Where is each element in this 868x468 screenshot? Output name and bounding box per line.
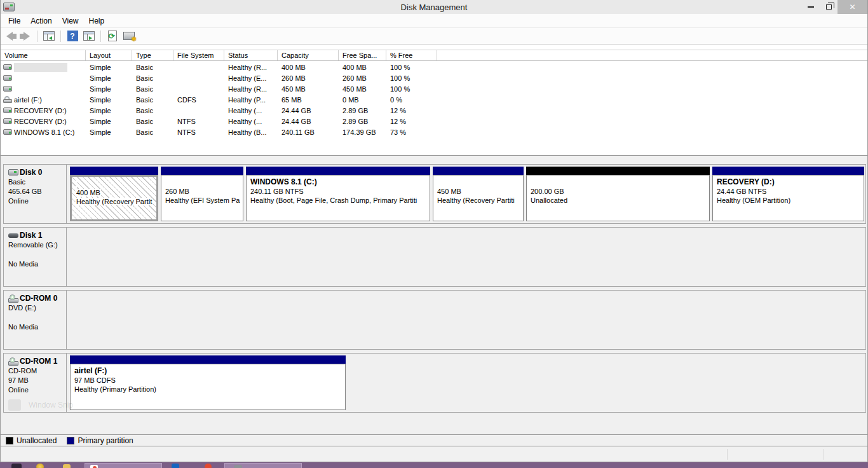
toolbar-separator <box>100 31 101 42</box>
cdrom0-label-panel[interactable]: CD-ROM 0 DVD (E:) No Media <box>4 291 67 349</box>
cell-pct-free: 12 % <box>386 118 437 125</box>
show-console-tree-button[interactable] <box>41 29 57 43</box>
disk-info: Basic 465.64 GB Online <box>8 177 65 206</box>
partition-unallocated[interactable]: 200.00 GB Unallocated <box>526 167 710 221</box>
cell-free-space: 2.89 GB <box>339 118 386 125</box>
show-action-pane-button[interactable] <box>81 29 97 43</box>
rescan-disks-button[interactable] <box>121 29 137 43</box>
column-header-capacity[interactable]: Capacity <box>278 50 339 60</box>
window-controls: ✕ <box>802 0 867 14</box>
volume-row[interactable]: Simple Basic Healthy (R... 450 MB 450 MB… <box>1 83 867 94</box>
cell-status: Healthy (... <box>224 118 278 125</box>
start-button[interactable] <box>11 464 22 468</box>
cell-status: Healthy (... <box>224 107 278 114</box>
menu-file[interactable]: File <box>1 14 25 27</box>
cell-status: Healthy (R... <box>224 85 278 93</box>
cell-capacity: 400 MB <box>278 64 339 71</box>
cdrom0-partitions <box>67 291 865 349</box>
cell-capacity: 24.44 GB <box>278 118 339 125</box>
partition-strip <box>712 167 864 175</box>
volume-drive-icon <box>3 107 12 113</box>
red-app-icon[interactable] <box>205 464 212 468</box>
partition-airtel-f[interactable]: airtel (F:) 97 MB CDFS Healthy (Primary … <box>70 355 346 410</box>
cdrom1-label-panel[interactable]: CD-ROM 1 CD-ROM 97 MB Online <box>4 354 67 412</box>
cell-pct-free: 100 % <box>386 85 437 93</box>
open-app-taskbar-button[interactable] <box>224 463 302 468</box>
disk-icon <box>8 169 18 176</box>
partition-efi-260mb[interactable]: 260 MB Healthy (EFI System Pa <box>161 167 243 221</box>
volume-list-pane: Volume Layout Type File System Status Ca… <box>1 45 867 155</box>
disk-row-disk1: Disk 1 Removable (G:) No Media <box>3 227 866 287</box>
forward-button[interactable] <box>17 29 34 43</box>
cell-pct-free: 73 % <box>386 128 437 136</box>
cell-layout: Simple <box>86 85 132 93</box>
snipping-tool-taskbar-button[interactable] <box>85 463 162 468</box>
disk-info: CD-ROM 97 MB Online <box>8 366 65 395</box>
volume-row[interactable]: RECOVERY (D:) Simple Basic NTFS Healthy … <box>1 116 867 127</box>
cell-layout: Simple <box>86 96 132 104</box>
disk-drive-icon <box>3 3 15 11</box>
volume-rows: Simple Basic Healthy (R... 400 MB 400 MB… <box>1 62 867 137</box>
status-bar <box>1 446 867 462</box>
help-button[interactable]: ? <box>64 29 81 43</box>
blue-app-icon[interactable] <box>172 464 179 468</box>
restore-button[interactable] <box>820 0 837 14</box>
volume-row[interactable]: Simple Basic Healthy (R... 400 MB 400 MB… <box>1 62 867 72</box>
disk-management-window: Disk Management ✕ File Action View Help … <box>0 0 868 468</box>
column-header-file-system[interactable]: File System <box>173 50 224 60</box>
refresh-button[interactable]: ⟳ <box>104 29 121 43</box>
statusbar-divider <box>824 449 824 460</box>
column-header-type[interactable]: Type <box>132 50 173 60</box>
cell-pct-free: 100 % <box>386 64 437 71</box>
disk0-label-panel[interactable]: Disk 0 Basic 465.64 GB Online <box>4 165 67 223</box>
cell-pct-free: 100 % <box>386 74 437 82</box>
cell-capacity: 24.44 GB <box>278 107 339 114</box>
disk1-label-panel[interactable]: Disk 1 Removable (G:) No Media <box>4 228 67 286</box>
column-header-volume[interactable]: Volume <box>1 50 86 60</box>
action-pane-icon <box>83 31 95 41</box>
cell-fs: NTFS <box>173 118 224 125</box>
partition-recovery-d[interactable]: RECOVERY (D:) 24.44 GB NTFS Healthy (OEM… <box>712 167 864 221</box>
internet-explorer-icon[interactable] <box>36 464 44 468</box>
cell-capacity: 450 MB <box>278 85 339 93</box>
cell-fs: NTFS <box>173 128 224 136</box>
taskbar[interactable] <box>0 462 868 468</box>
file-explorer-icon[interactable] <box>63 464 71 468</box>
column-header-layout[interactable]: Layout <box>86 50 132 60</box>
partition-recovery-400mb[interactable]: 400 MB Healthy (Recovery Partit <box>70 167 158 221</box>
cell-status: Healthy (R... <box>224 64 278 71</box>
menu-view[interactable]: View <box>57 14 84 27</box>
menu-action[interactable]: Action <box>25 14 57 27</box>
forward-arrow-icon <box>24 32 30 41</box>
toolbar: ? ⟳ <box>1 28 867 45</box>
partition-strip <box>246 167 430 175</box>
primary-partition-swatch <box>67 437 74 444</box>
window-title: Disk Management <box>1 3 867 12</box>
volume-row[interactable]: WINDOWS 8.1 (C:) Simple Basic NTFS Healt… <box>1 127 867 137</box>
close-button[interactable]: ✕ <box>837 0 867 14</box>
volume-row[interactable]: RECOVERY (D:) Simple Basic Healthy (... … <box>1 105 867 116</box>
gray-app-icon <box>234 465 242 468</box>
minimize-button[interactable] <box>802 0 820 14</box>
volume-row[interactable]: Simple Basic Healthy (E... 260 MB 260 MB… <box>1 72 867 83</box>
column-header-free-space[interactable]: Free Spa... <box>339 50 386 60</box>
cell-fs: CDFS <box>173 96 224 104</box>
column-header-pct-free[interactable]: % Free <box>386 50 437 60</box>
back-button[interactable] <box>1 29 17 43</box>
menubar: File Action View Help <box>1 14 867 28</box>
cell-layout: Simple <box>86 128 132 136</box>
cell-layout: Simple <box>86 118 132 125</box>
volume-list-header: Volume Layout Type File System Status Ca… <box>1 50 867 61</box>
partition-windows-c[interactable]: WINDOWS 8.1 (C:) 240.11 GB NTFS Healthy … <box>246 167 430 221</box>
cell-type: Basic <box>132 74 173 82</box>
cell-type: Basic <box>132 107 173 114</box>
partition-recovery-450mb[interactable]: 450 MB Healthy (Recovery Partiti <box>433 167 524 221</box>
partition-strip <box>433 167 524 175</box>
volume-row[interactable]: airtel (F:) Simple Basic CDFS Healthy (P… <box>1 94 867 105</box>
cell-type: Basic <box>132 64 173 71</box>
disk-info: Removable (G:) No Media <box>8 240 65 269</box>
menu-help[interactable]: Help <box>84 14 110 27</box>
column-header-status[interactable]: Status <box>224 50 278 60</box>
selected-volume-name-box <box>14 63 67 72</box>
cell-free-space: 260 MB <box>339 74 386 82</box>
